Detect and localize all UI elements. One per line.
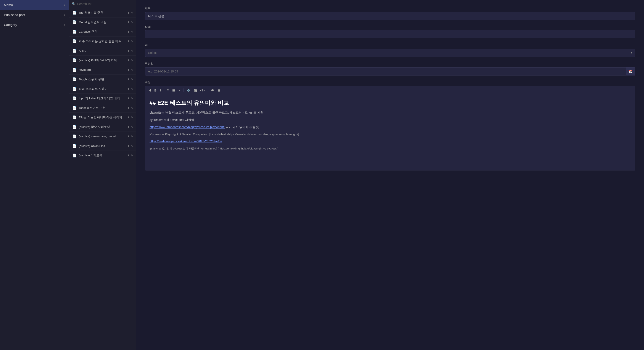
editor-link-block-4: [playwright는 진짜 cypress보다 빠를까? | emewjin… xyxy=(150,146,631,151)
toolbar-bold-btn[interactable]: B xyxy=(153,88,158,93)
main-content: 제목 Slug 태그 Select... ▾ 작성일 📅 내용 H B I ❝ … xyxy=(136,0,644,350)
list-item-title: Carousel 구현 xyxy=(79,30,125,34)
list-item-actions: ⬆ ✎ xyxy=(128,68,133,71)
edit-icon[interactable]: ✎ xyxy=(131,68,133,71)
slug-input[interactable] xyxy=(145,30,635,38)
list-item-title: Tab 컴포넌트 구현 xyxy=(79,11,125,15)
list-item[interactable]: 📄 (archiving) 회고록 ⬆ ✎ xyxy=(69,151,136,160)
pin-icon[interactable]: ⬆ xyxy=(128,144,130,148)
editor-heading: ## E2E 테스트의 유의미와 비교 xyxy=(150,99,631,107)
toolbar-code-btn[interactable]: </> xyxy=(199,88,206,93)
list-item[interactable]: 📄 타입 스크립트 사용기 ⬆ ✎ xyxy=(69,84,136,94)
sidebar-item-memo[interactable]: Memo › xyxy=(0,0,69,10)
content-field-group: 내용 H B I ❝ ☰ ≡ 🔗 🖼 </> 👁 ⊞ ## E2E 테스트의 유… xyxy=(145,80,635,170)
pin-icon[interactable]: ⬆ xyxy=(128,30,130,33)
toolbar-quote-btn[interactable]: ❝ xyxy=(166,88,170,93)
toolbar-ul-btn[interactable]: ☰ xyxy=(171,88,176,93)
chevron-right-icon: › xyxy=(64,23,65,26)
edit-icon[interactable]: ✎ xyxy=(131,144,133,148)
list-item[interactable]: 📄 Flip을 이용한 애니메이션 최적화 ⬆ ✎ xyxy=(69,113,136,122)
list-item-actions: ⬆ ✎ xyxy=(128,154,133,157)
edit-icon[interactable]: ✎ xyxy=(131,97,133,100)
pin-icon[interactable]: ⬆ xyxy=(128,40,130,43)
pin-icon[interactable]: ⬆ xyxy=(128,116,130,119)
list-item-title: keyboard xyxy=(79,68,125,71)
toolbar-image-btn[interactable]: 🖼 xyxy=(192,88,198,93)
editor-link-4-url: (https://emewjin.github.io/playwright-vs… xyxy=(218,147,278,150)
toolbar-heading-btn[interactable]: H xyxy=(147,88,152,93)
edit-icon[interactable]: ✎ xyxy=(131,30,133,33)
list-item-actions: ⬆ ✎ xyxy=(128,59,133,62)
pin-icon[interactable]: ⬆ xyxy=(128,125,130,128)
editor-link-3[interactable]: https://fe-developers.kakaoent.com/2023/… xyxy=(150,139,222,143)
doc-icon: 📄 xyxy=(72,58,76,62)
edit-icon[interactable]: ✎ xyxy=(131,125,133,128)
list-item-actions: ⬆ ✎ xyxy=(128,21,133,24)
toolbar-italic-btn[interactable]: I xyxy=(158,88,162,93)
edit-icon[interactable]: ✎ xyxy=(131,49,133,52)
list-item-title: Toast 컴포넌트 구현 xyxy=(79,106,125,110)
pin-icon[interactable]: ⬆ xyxy=(128,97,130,100)
edit-icon[interactable]: ✎ xyxy=(131,59,133,62)
list-item-title: 타입 스크립트 사용기 xyxy=(79,87,125,91)
toolbar-ol-btn[interactable]: ≡ xyxy=(177,88,182,93)
list-item[interactable]: 📄 (archive) Pull과 Fetch의 차이 ⬆ ✎ xyxy=(69,56,136,65)
pin-icon[interactable]: ⬆ xyxy=(128,59,130,62)
editor-content[interactable]: ## E2E 테스트의 유의미와 비교 playwrite는 병렬 테스트가 무… xyxy=(145,95,635,170)
list-item[interactable]: 📄 Toggle 스위치 구현 ⬆ ✎ xyxy=(69,75,136,84)
edit-icon[interactable]: ✎ xyxy=(131,21,133,24)
pin-icon[interactable]: ⬆ xyxy=(128,87,130,90)
edit-icon[interactable]: ✎ xyxy=(131,87,133,90)
editor-link-2-url: (https://www.lambdatest.com/blog/cypress… xyxy=(228,133,299,136)
pin-icon[interactable]: ⬆ xyxy=(128,68,130,71)
pin-icon[interactable]: ⬆ xyxy=(128,135,130,138)
toolbar-split-btn[interactable]: ⊞ xyxy=(216,88,222,93)
pin-icon[interactable]: ⬆ xyxy=(128,78,130,81)
list-item[interactable]: 📄 Tab 컴포넌트 구현 ⬆ ✎ xyxy=(69,8,136,17)
edit-icon[interactable]: ✎ xyxy=(131,40,133,43)
list-item[interactable]: 📄 (archive) Union Find ⬆ ✎ xyxy=(69,141,136,151)
date-input[interactable] xyxy=(145,67,626,75)
date-input-wrapper: 📅 xyxy=(145,67,635,75)
editor-link-2-text: [Cypress vs Playwright: A Detailed Compa… xyxy=(150,133,226,136)
title-input[interactable] xyxy=(145,12,635,20)
pin-icon[interactable]: ⬆ xyxy=(128,106,130,109)
toolbar-preview-btn[interactable]: 👁 xyxy=(210,88,215,93)
list-item[interactable]: 📄 Toast 컴포넌트 구현 ⬆ ✎ xyxy=(69,103,136,113)
list-item-title: 자주 쓰이지는 않지만 종종 마주... xyxy=(79,39,125,43)
doc-icon: 📄 xyxy=(72,87,76,91)
search-input[interactable] xyxy=(77,2,134,6)
list-item-title: (archive) Union Find xyxy=(79,144,125,148)
list-item[interactable]: 📄 keyboard ⬆ ✎ xyxy=(69,65,136,75)
edit-icon[interactable]: ✎ xyxy=(131,11,133,14)
list-item[interactable]: 📄 ARIA ⬆ ✎ xyxy=(69,46,136,56)
tag-select[interactable]: Select... ▾ xyxy=(145,49,635,57)
list-item-actions: ⬆ ✎ xyxy=(128,116,133,119)
edit-icon[interactable]: ✎ xyxy=(131,78,133,81)
pin-icon[interactable]: ⬆ xyxy=(128,11,130,14)
toolbar-separator-1 xyxy=(164,88,164,92)
toolbar-link-btn[interactable]: 🔗 xyxy=(185,88,192,93)
edit-icon[interactable]: ✎ xyxy=(131,154,133,157)
list-item[interactable]: 📄 Carousel 구현 ⬆ ✎ xyxy=(69,27,136,36)
sidebar-item-published-post[interactable]: Published post › xyxy=(0,10,69,20)
doc-icon: 📄 xyxy=(72,125,76,129)
list-item[interactable]: 📄 자주 쓰이지는 않지만 종종 마주... ⬆ ✎ xyxy=(69,36,136,46)
edit-icon[interactable]: ✎ xyxy=(131,106,133,109)
list-item[interactable]: 📄 (archive) 함수 오버로딩 ⬆ ✎ xyxy=(69,122,136,132)
doc-icon: 📄 xyxy=(72,10,76,15)
editor-para-1: playwrite는 병렬 테스트가 무료고, 기본적으로 훨씬 빠르고, 테스… xyxy=(150,110,631,115)
editor-link-1[interactable]: https://www.lambdatest.com/blog/cypress-… xyxy=(150,125,224,129)
doc-icon: 📄 xyxy=(72,134,76,138)
edit-icon[interactable]: ✎ xyxy=(131,116,133,119)
calendar-icon[interactable]: 📅 xyxy=(626,67,635,75)
pin-icon[interactable]: ⬆ xyxy=(128,21,130,24)
list-item[interactable]: 📄 (archive) namespace, modul... ⬆ ✎ xyxy=(69,132,136,141)
sidebar-item-category[interactable]: Category › xyxy=(0,20,69,30)
pin-icon[interactable]: ⬆ xyxy=(128,49,130,52)
list-item[interactable]: 📄 Input과 Label 태그의 태그 배치 ⬆ ✎ xyxy=(69,94,136,103)
pin-icon[interactable]: ⬆ xyxy=(128,154,130,157)
list-item[interactable]: 📄 Modal 컴포넌트 구현 ⬆ ✎ xyxy=(69,17,136,27)
edit-icon[interactable]: ✎ xyxy=(131,135,133,138)
sidebar: Memo › Published post › Category › xyxy=(0,0,69,350)
